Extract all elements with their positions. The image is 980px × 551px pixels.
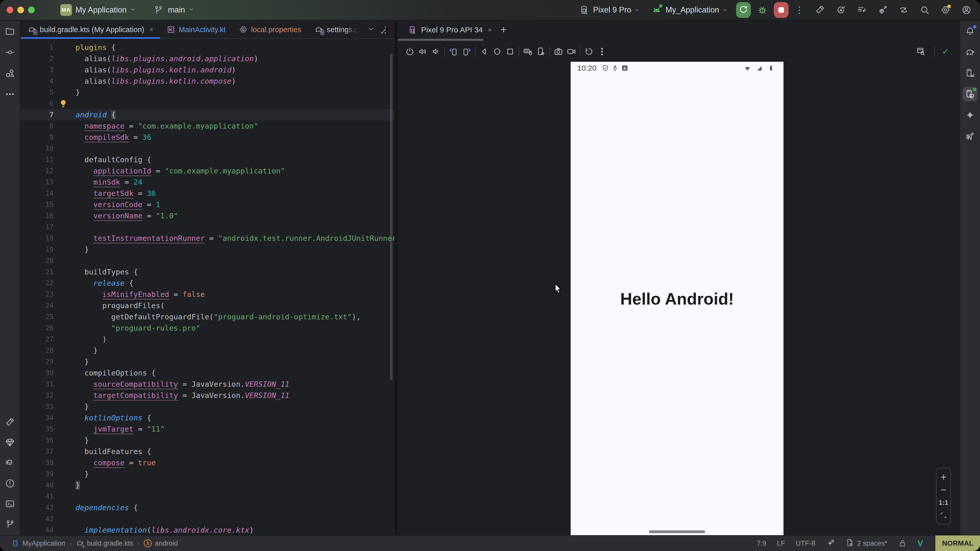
code-line[interactable]: 30 compileOptions {: [21, 367, 395, 379]
code-line[interactable]: 11 defaultConfig {: [21, 154, 395, 165]
commit-icon[interactable]: [3, 45, 18, 60]
code-line[interactable]: 21 buildTypes {: [21, 266, 395, 278]
ideavim-icon[interactable]: V: [918, 538, 923, 548]
editor-tab[interactable]: kbuild.gradle.kts (My Application)×: [21, 21, 160, 38]
code-line[interactable]: 9 compileSdk = 36: [21, 132, 395, 143]
volume-down-icon[interactable]: [429, 45, 442, 58]
apply-changes-icon[interactable]: [835, 4, 847, 16]
code-line[interactable]: 2 alias(libs.plugins.android.application…: [21, 53, 395, 64]
code-line[interactable]: 44 implementation(libs.androidx.core.ktx…: [21, 524, 395, 535]
running-devices-icon[interactable]: [963, 87, 977, 102]
terminal-icon[interactable]: [3, 496, 18, 511]
code-line[interactable]: 22 release {: [21, 278, 395, 289]
file-encoding[interactable]: UTF-8: [796, 540, 815, 548]
code-line[interactable]: 20: [21, 255, 395, 266]
logcat-icon[interactable]: [3, 456, 18, 470]
add-device-tab-button[interactable]: +: [501, 24, 507, 36]
code-line[interactable]: 10: [21, 143, 395, 154]
code-line[interactable]: 15 versionCode = 1: [21, 199, 395, 210]
tab-scrollbar-thumb[interactable]: [398, 39, 484, 41]
code-line[interactable]: 39 }: [21, 468, 395, 480]
close-icon[interactable]: ×: [488, 26, 492, 34]
code-line[interactable]: 1plugins {: [21, 42, 395, 53]
sync-gradle-icon[interactable]: [898, 4, 910, 16]
debug-button[interactable]: [756, 4, 768, 16]
code-line[interactable]: 24 proguardFiles(: [21, 300, 395, 311]
settings-gear-icon[interactable]: [940, 4, 951, 16]
overview-icon[interactable]: [504, 45, 517, 58]
editor-tab[interactable]: local.properties: [232, 21, 308, 38]
code-line[interactable]: 29 }: [21, 356, 395, 367]
editor-scrollbar[interactable]: [390, 54, 393, 380]
code-line[interactable]: 8 namespace = "com.example.myapplication…: [21, 121, 395, 132]
app-quality-insights-icon[interactable]: [3, 435, 18, 450]
code-line[interactable]: 40}: [21, 480, 395, 491]
minimize-window-button[interactable]: [18, 6, 24, 13]
code-line[interactable]: 16 versionName = "1.0": [21, 210, 395, 221]
more-tool-windows-icon[interactable]: [3, 87, 18, 102]
write-access-unlock-icon[interactable]: [898, 539, 907, 548]
code-line[interactable]: 37 buildFeatures {: [21, 446, 395, 457]
code-line[interactable]: 38 compose = true: [21, 457, 395, 468]
code-line[interactable]: 19 }: [21, 244, 395, 255]
more-run-options-icon[interactable]: ⋮: [795, 5, 804, 15]
code-line[interactable]: 35 jvmTarget = "11": [21, 424, 395, 435]
gemini-icon[interactable]: [963, 108, 977, 122]
hardware-input-icon[interactable]: [521, 45, 534, 58]
editor-tab[interactable]: ksettings.g: [308, 21, 365, 38]
code-line[interactable]: 33 }: [21, 401, 395, 412]
home-icon[interactable]: [490, 45, 504, 58]
fit-to-window-button[interactable]: [937, 509, 950, 521]
intention-bulb-icon[interactable]: [54, 98, 68, 109]
attach-debugger-icon[interactable]: [877, 4, 889, 16]
code-line[interactable]: 5}: [21, 87, 395, 98]
device-tab[interactable]: Pixel 9 Pro API 34 ×: [408, 25, 492, 35]
code-line[interactable]: 27 ): [21, 333, 395, 345]
notifications-bell-icon[interactable]: [963, 24, 977, 39]
editor-device-splitter[interactable]: [395, 21, 398, 535]
device-settings-icon[interactable]: [534, 45, 547, 58]
code-line[interactable]: 23 isMinifyEnabled = false: [21, 289, 395, 300]
code-line[interactable]: 4 alias(libs.plugins.kotlin.compose): [21, 76, 395, 87]
actual-size-button[interactable]: 1:1: [937, 496, 950, 509]
code-line[interactable]: 41: [21, 491, 395, 502]
code-line[interactable]: 18 testInstrumentationRunner = "androidx…: [21, 233, 395, 244]
code-line[interactable]: 14 targetSdk = 36: [21, 188, 395, 199]
emulator-screen[interactable]: 10:20 A Hello Android!: [571, 62, 783, 535]
code-line[interactable]: 43: [21, 513, 395, 524]
code-line[interactable]: 3 alias(libs.plugins.kotlin.android): [21, 64, 395, 76]
build-hammer-icon[interactable]: [814, 4, 826, 16]
breadcrumb-item[interactable]: λandroid: [144, 539, 178, 548]
code-line[interactable]: 36 }: [21, 435, 395, 446]
code-line[interactable]: 7android {: [21, 109, 395, 121]
ai-assistant-disabled-icon[interactable]: [826, 539, 835, 548]
caret-position[interactable]: 7:9: [757, 540, 767, 548]
indent-widget[interactable]: 2 spaces*: [845, 538, 888, 549]
run-configuration-selector[interactable]: My_Application: [651, 4, 727, 16]
resource-manager-icon[interactable]: [3, 66, 18, 81]
close-window-button[interactable]: [6, 6, 13, 13]
zoom-out-button[interactable]: −: [937, 484, 950, 496]
chevron-down-icon[interactable]: [368, 26, 374, 33]
device-selector[interactable]: Pixel 9 Pro: [578, 4, 640, 16]
stop-button[interactable]: [774, 2, 789, 18]
account-icon[interactable]: [961, 4, 972, 16]
line-ending[interactable]: LF: [777, 540, 785, 548]
code-line[interactable]: 26 "proguard-rules.pro": [21, 322, 395, 333]
problems-icon[interactable]: [3, 476, 18, 491]
code-line[interactable]: 17: [21, 221, 395, 233]
more-icon[interactable]: [595, 45, 608, 58]
navigation-handle[interactable]: [649, 530, 705, 533]
zoom-in-button[interactable]: +: [937, 471, 950, 483]
device-manager-icon[interactable]: [963, 66, 977, 81]
code-line[interactable]: 32 targetCompatibility = JavaVersion.VER…: [21, 390, 395, 401]
firebase-plane-icon[interactable]: [963, 129, 977, 143]
code-line[interactable]: 25 getDefaultProguardFile("proguard-andr…: [21, 311, 395, 322]
search-everywhere-icon[interactable]: [919, 4, 931, 16]
inspections-ok-icon[interactable]: ✓: [380, 27, 387, 37]
rotate-right-icon[interactable]: [460, 45, 473, 58]
ui-check-icon[interactable]: [914, 45, 927, 58]
breadcrumb-item[interactable]: kbuild.gradle.kts: [76, 539, 134, 548]
code-line[interactable]: 6: [21, 98, 395, 109]
rotate-left-icon[interactable]: [447, 45, 460, 58]
